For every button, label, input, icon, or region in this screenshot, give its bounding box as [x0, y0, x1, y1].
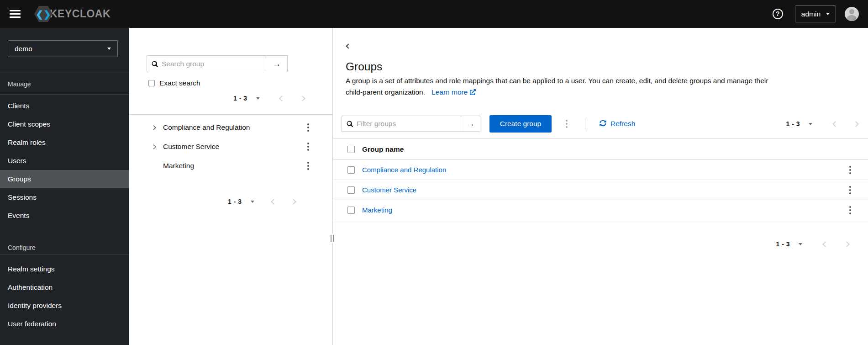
filter-submit-arrow-icon[interactable]: → [461, 116, 480, 132]
page-title: Groups [346, 60, 382, 73]
panel-resize-handle[interactable] [330, 234, 335, 243]
sidebar: demo Manage Clients Client scopes Realm … [0, 28, 129, 345]
pagination-options-toggle[interactable] [249, 199, 256, 205]
group-link[interactable]: Marketing [362, 206, 392, 214]
caret-down-icon [826, 13, 830, 15]
caret-down-icon [251, 201, 254, 203]
sidebar-divider [0, 73, 129, 73]
pagination-prev-button[interactable] [831, 120, 839, 128]
description-line1: A group is a set of attributes and role … [346, 77, 768, 85]
table-header-row: Group name [333, 138, 868, 160]
pagination-prev-button[interactable] [821, 240, 829, 248]
user-menu-label: admin [801, 10, 821, 18]
chevron-right-icon [290, 199, 296, 205]
kebab-menu-icon[interactable] [305, 121, 311, 134]
sidebar-item-authentication[interactable]: Authentication [0, 278, 129, 297]
sidebar-item-realm-roles[interactable]: Realm roles [0, 133, 129, 152]
help-icon[interactable]: ? [773, 9, 783, 19]
brand-text: KEYCLOAK [50, 8, 110, 20]
groups-toolbar: → Create group Refresh 1 - 3 [342, 115, 860, 133]
search-submit-arrow-icon[interactable]: → [266, 56, 287, 72]
search-group-input[interactable] [158, 56, 266, 72]
filter-groups-input[interactable] [353, 116, 461, 132]
sidebar-item-client-scopes[interactable]: Client scopes [0, 115, 129, 133]
page-description: A group is a set of attributes and role … [346, 75, 768, 98]
avatar[interactable] [845, 7, 859, 21]
caret-down-icon [256, 97, 260, 100]
pagination-range: 1 - 3 [233, 95, 247, 102]
sidebar-item-events[interactable]: Events [0, 207, 129, 225]
tree-item-label[interactable]: Customer Service [163, 143, 219, 151]
toolbar-kebab-menu-icon[interactable] [563, 117, 570, 130]
sidebar-section-configure: Configure [8, 244, 36, 251]
sidebar-item-user-federation[interactable]: User federation [0, 315, 129, 333]
chevron-right-icon [853, 121, 859, 127]
caret-down-icon [107, 48, 111, 50]
sidebar-item-clients[interactable]: Clients [0, 97, 129, 115]
pagination-prev-button[interactable] [270, 198, 278, 206]
realm-selector[interactable]: demo [8, 40, 118, 57]
sidebar-item-groups[interactable]: Groups [0, 170, 129, 188]
expand-toggle[interactable] [150, 143, 163, 150]
table-pagination-bottom: 1 - 3 [776, 237, 851, 251]
chevron-right-icon [152, 125, 156, 130]
row-checkbox[interactable] [347, 186, 355, 194]
pagination-range: 1 - 3 [776, 240, 790, 248]
kebab-menu-icon[interactable] [305, 140, 311, 153]
sidebar-item-sessions[interactable]: Sessions [0, 188, 129, 207]
filter-groups-control: → [342, 116, 480, 132]
table-row: Customer Service [333, 180, 868, 200]
group-link[interactable]: Compliance and Regulation [362, 166, 446, 174]
row-kebab-menu-icon[interactable] [847, 164, 853, 176]
realm-selector-value: demo [15, 45, 32, 53]
expand-toggle-placeholder [150, 164, 163, 168]
group-link[interactable]: Customer Service [362, 186, 416, 194]
sidebar-item-realm-settings[interactable]: Realm settings [0, 260, 129, 278]
group-search-control: → [147, 55, 288, 72]
collapse-panel-chevron-left-icon[interactable] [345, 41, 352, 51]
pagination-next-button[interactable] [852, 120, 860, 128]
sidebar-item-users[interactable]: Users [0, 152, 129, 170]
logo-chevron-left-icon: ❮ [36, 10, 43, 19]
row-kebab-menu-icon[interactable] [847, 204, 853, 217]
pagination-prev-button[interactable] [278, 95, 286, 102]
toolbar-divider [585, 118, 585, 130]
sidebar-manage-list: Clients Client scopes Realm roles Users … [0, 97, 129, 225]
exact-search-row: Exact search [148, 79, 200, 87]
create-group-button[interactable]: Create group [489, 115, 552, 133]
sidebar-divider [0, 255, 129, 255]
table-row: Compliance and Regulation [333, 160, 868, 180]
exact-search-label: Exact search [159, 79, 200, 87]
row-checkbox[interactable] [347, 166, 355, 174]
keycloak-logo[interactable]: ❮ ❯ KEYCLOAK [34, 6, 110, 22]
user-menu-dropdown[interactable]: admin [795, 5, 836, 22]
row-kebab-menu-icon[interactable] [847, 184, 853, 196]
sidebar-item-identity-providers[interactable]: Identity providers [0, 297, 129, 315]
pagination-options-toggle[interactable] [807, 121, 814, 127]
groups-tree-panel: → Exact search 1 - 3 Compliance and Regu… [129, 28, 333, 345]
caret-down-icon [799, 243, 802, 245]
tree-item-marketing: Marketing [129, 156, 332, 175]
chevron-left-icon [822, 241, 828, 247]
refresh-sync-icon [600, 120, 606, 128]
select-all-checkbox[interactable] [347, 146, 355, 153]
nav-toggle-hamburger-icon[interactable] [10, 10, 21, 18]
row-checkbox[interactable] [347, 207, 355, 214]
tree-item-label[interactable]: Compliance and Regulation [163, 123, 250, 132]
expand-toggle[interactable] [150, 124, 163, 131]
logo-chevron-right-icon: ❯ [43, 10, 51, 19]
pagination-next-button[interactable] [299, 95, 306, 102]
chevron-right-icon [844, 241, 850, 247]
exact-search-checkbox[interactable] [148, 80, 155, 86]
tree-item-label[interactable]: Marketing [163, 162, 194, 170]
pagination-next-button[interactable] [843, 240, 851, 248]
pagination-options-toggle[interactable] [797, 241, 804, 247]
learn-more-link[interactable]: Learn more [431, 88, 476, 96]
search-icon [147, 56, 158, 72]
pagination-options-toggle[interactable] [254, 96, 262, 101]
chevron-left-icon [271, 199, 277, 205]
pagination-next-button[interactable] [289, 198, 297, 206]
tree-pagination-bottom: 1 - 3 [228, 195, 297, 208]
kebab-menu-icon[interactable] [305, 159, 311, 172]
refresh-button[interactable]: Refresh [600, 120, 635, 128]
